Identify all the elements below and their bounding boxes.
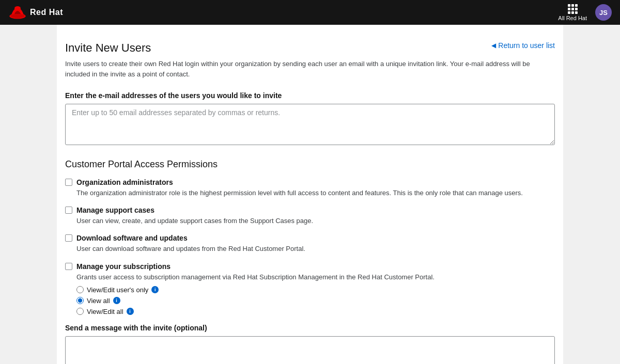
page-description: Invite users to create their own Red Hat… [65,59,555,79]
manage-subscriptions-label: Manage your subscriptions [76,262,171,271]
redhat-logo: Red Hat [8,5,63,20]
redhat-hat-icon [8,5,27,20]
return-arrow-icon: ◀ [491,42,496,49]
support-cases-label: Manage support cases [76,206,154,214]
email-section: Enter the e-mail addresses of the users … [65,91,555,159]
view-edit-all-info-icon[interactable]: i [127,308,134,315]
permission-manage-subscriptions: Manage your subscriptions Grants user ac… [65,262,555,315]
view-all-label: View all [87,297,110,305]
radio-row-view-edit-own: View/Edit user's only i [76,286,555,294]
subscription-radio-group: View/Edit user's only i View all i View/… [76,286,555,315]
manage-subscriptions-desc: Grants user access to subscription manag… [76,273,555,282]
redhat-logo-text: Red Hat [30,8,63,17]
permissions-title: Customer Portal Access Permissions [65,159,555,170]
permissions-section: Customer Portal Access Permissions Organ… [65,159,555,315]
org-admins-desc: The organization administrator role is t… [76,188,555,198]
view-all-radio[interactable] [76,297,84,304]
return-to-user-list-link[interactable]: ◀ Return to user list [491,41,555,50]
permission-download-software: Download software and updates User can d… [65,234,555,254]
download-software-checkbox[interactable] [65,234,72,242]
support-cases-checkbox[interactable] [65,207,72,214]
message-section-label: Send a message with the invite (optional… [65,324,555,332]
message-section: Send a message with the invite (optional… [65,324,555,364]
radio-row-view-all: View all i [76,297,555,305]
svg-point-1 [14,6,21,10]
email-input[interactable] [65,104,555,145]
user-avatar[interactable]: JS [595,4,612,21]
page-header: Invite New Users ◀ Return to user list [65,41,555,55]
header: Red Hat All Red Hat JS [0,0,620,25]
email-section-label: Enter the e-mail addresses of the users … [65,91,555,100]
view-edit-own-label: View/Edit user's only [87,286,148,294]
grid-icon [568,4,578,14]
support-cases-desc: User can view, create, and update suppor… [76,216,555,226]
view-all-info-icon[interactable]: i [113,297,120,304]
all-red-hat-label: All Red Hat [558,15,587,21]
view-edit-own-info-icon[interactable]: i [151,286,159,293]
permission-support-cases: Manage support cases User can view, crea… [65,206,555,226]
permission-org-admins: Organization administrators The organiza… [65,178,555,198]
all-red-hat-button[interactable]: All Red Hat [558,4,587,21]
view-edit-own-radio[interactable] [76,286,84,293]
radio-row-view-edit-all: View/Edit all i [76,308,555,315]
view-edit-all-radio[interactable] [76,308,84,315]
header-right: All Red Hat JS [558,4,612,21]
manage-subscriptions-checkbox[interactable] [65,263,72,270]
main-content: Invite New Users ◀ Return to user list I… [57,25,563,364]
org-admins-label: Organization administrators [76,178,173,186]
page-title: Invite New Users [65,41,151,55]
download-software-desc: User can download software and updates f… [76,244,555,254]
return-link-text: Return to user list [498,41,555,50]
message-input[interactable] [65,336,555,364]
org-admins-checkbox[interactable] [65,179,72,186]
download-software-label: Download software and updates [76,234,188,242]
view-edit-all-label: View/Edit all [87,308,123,315]
